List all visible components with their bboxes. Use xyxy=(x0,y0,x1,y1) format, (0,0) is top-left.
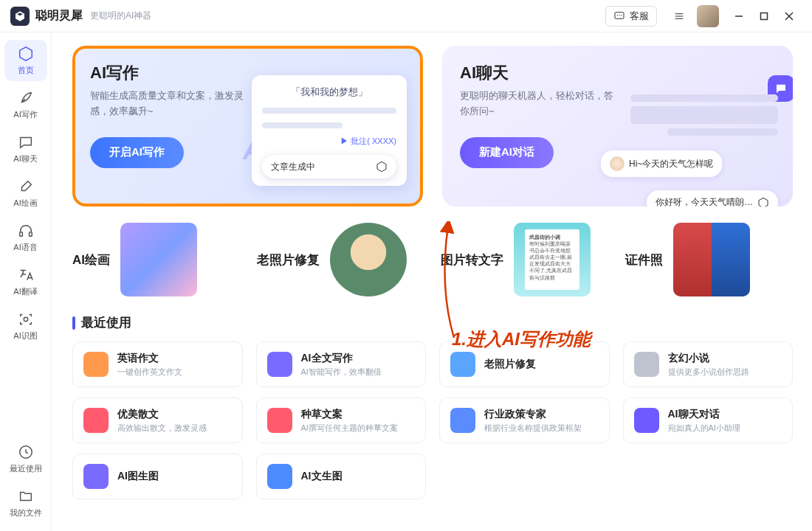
recent-item-sub: 宛如真人的AI小助理 xyxy=(668,423,740,434)
recent-item-title: 行业政策专家 xyxy=(484,408,582,421)
headphone-icon xyxy=(18,223,34,239)
maximize-button[interactable] xyxy=(751,6,777,27)
recent-item-sub: 根据行业名称提供政策框架 xyxy=(484,423,582,434)
recent-heading: 最近使用 xyxy=(72,314,793,331)
recent-item-sub: 高效输出散文，激发灵感 xyxy=(117,423,207,434)
sidebar-item-chat[interactable]: AI聊天 xyxy=(4,128,47,170)
feature-card-restore[interactable]: 老照片修复 xyxy=(257,223,425,296)
sidebar-item-translate[interactable]: AI翻译 xyxy=(4,261,47,302)
recent-grid: 英语作文 一键创作英文作文 AI全文写作 AI智能写作，效率翻倍 老照片修复 玄… xyxy=(72,341,793,499)
svg-point-3 xyxy=(621,15,622,15)
recent-item[interactable]: AI图生图 xyxy=(72,454,243,499)
app-name: 聪明灵犀 xyxy=(35,8,83,24)
recent-item-title: AI文生图 xyxy=(301,470,343,483)
recent-item-title: 优美散文 xyxy=(117,408,207,421)
sidebar-item-paint[interactable]: AI绘画 xyxy=(4,173,47,214)
svg-point-1 xyxy=(617,15,618,15)
chat-bubble: 你好呀，今天天气晴朗… xyxy=(647,190,778,206)
recent-item-icon xyxy=(267,352,292,377)
ocr-thumb: 武昌街的小调有时候到重庆喝茶书总会不自觉地想武昌街去走一圈,最近发现武昌街大大不… xyxy=(514,223,591,296)
recent-item[interactable]: 英语作文 一键创作英文作文 xyxy=(72,341,243,387)
writing-preview-panel: 「我和我的梦想」 ▶ 批注( XXXX) 文章生成中 xyxy=(252,75,407,186)
sidebar: 首页 AI写作 AI聊天 AI绘画 AI语音 AI翻译 AI识图 最 xyxy=(0,32,52,531)
close-button[interactable] xyxy=(777,6,802,27)
hero-writing-card[interactable]: AI写作 智能生成高质量文章和文案，激发灵感，效率飙升~ 开启AI写作 AI 「… xyxy=(72,46,423,206)
translate-icon xyxy=(18,267,34,283)
sidebar-item-files[interactable]: 我的文件 xyxy=(4,482,47,524)
paint-thumb xyxy=(120,223,197,296)
home-icon xyxy=(18,46,34,62)
recent-item-icon xyxy=(83,352,109,377)
recent-item-title: 玄幻小说 xyxy=(668,352,749,365)
recent-item[interactable]: AI聊天对话 宛如真人的AI小助理 xyxy=(623,398,794,443)
recent-item-sub: AI撰写任何主题的种草文案 xyxy=(301,423,398,434)
menu-button[interactable] xyxy=(669,6,689,27)
sidebar-item-voice[interactable]: AI语音 xyxy=(4,217,47,258)
brush-icon xyxy=(18,178,34,195)
new-chat-button[interactable]: 新建AI对话 xyxy=(460,137,554,168)
sidebar-item-home[interactable]: 首页 xyxy=(4,40,47,81)
recent-item-title: AI全文写作 xyxy=(301,352,382,365)
customer-service-button[interactable]: 客服 xyxy=(605,6,657,27)
recent-item-icon xyxy=(634,408,659,433)
recent-item-sub: AI智能写作，效率翻倍 xyxy=(301,367,382,378)
app-tagline: 更聪明的AI神器 xyxy=(90,10,151,22)
sidebar-item-writing[interactable]: AI写作 xyxy=(4,84,47,125)
hero-chat-card[interactable]: AI聊天 更聪明的聊天机器人，轻松对话，答你所问~ 新建AI对话 Hi~今天的天… xyxy=(442,46,793,206)
chat-bubble-icon xyxy=(18,134,34,150)
recent-item[interactable]: 老照片修复 xyxy=(439,341,610,387)
sidebar-item-recent[interactable]: 最近使用 xyxy=(4,438,47,479)
hex-icon xyxy=(757,197,769,207)
idphoto-thumb xyxy=(673,223,750,296)
avatar[interactable] xyxy=(697,5,719,27)
recent-item[interactable]: 行业政策专家 根据行业名称提供政策框架 xyxy=(439,398,610,443)
recent-item-icon xyxy=(634,352,659,377)
recent-item-sub: 提供更多小说创作思路 xyxy=(668,367,749,378)
recent-item[interactable]: 优美散文 高效输出散文，激发灵感 xyxy=(72,398,243,443)
app-logo xyxy=(10,7,30,26)
recent-item-icon xyxy=(83,464,109,489)
feature-card-idphoto[interactable]: 证件照 xyxy=(625,223,794,296)
chat-preview: Hi~今天的天气怎样呢 你好呀，今天天气晴朗… xyxy=(601,90,778,206)
feature-card-ocr[interactable]: 图片转文字 武昌街的小调有时候到重庆喝茶书总会不自觉地想武昌街去走一圈,最近发现… xyxy=(441,223,609,296)
recent-item-title: 种草文案 xyxy=(301,408,398,421)
recent-item-icon xyxy=(267,408,292,433)
svg-point-13 xyxy=(24,317,28,322)
recent-item-icon xyxy=(83,408,109,433)
hex-icon xyxy=(376,161,388,173)
scan-icon xyxy=(18,311,34,327)
recent-item-icon xyxy=(450,352,475,377)
folder-icon xyxy=(18,488,34,504)
recent-item-title: AI聊天对话 xyxy=(668,408,740,421)
svg-point-2 xyxy=(619,15,619,15)
svg-rect-8 xyxy=(761,13,768,19)
recent-item[interactable]: 种草文案 AI撰写任何主题的种草文案 xyxy=(256,398,427,443)
main-content: AI写作 智能生成高质量文章和文案，激发灵感，效率飙升~ 开启AI写作 AI 「… xyxy=(52,32,812,531)
hero-writing-desc: 智能生成高质量文章和文案，激发灵感，效率飙升~ xyxy=(90,88,245,119)
writing-status-chip: 文章生成中 xyxy=(262,155,396,178)
recent-item[interactable]: 玄幻小说 提供更多小说创作思路 xyxy=(623,341,794,387)
recent-item[interactable]: AI文生图 xyxy=(256,454,427,499)
minimize-button[interactable] xyxy=(726,6,751,27)
photo-thumb xyxy=(330,223,407,296)
sidebar-item-ocr[interactable]: AI识图 xyxy=(4,305,47,347)
recent-item-sub: 一键创作英文作文 xyxy=(117,367,182,378)
start-writing-button[interactable]: 开启AI写作 xyxy=(90,137,184,168)
recent-item-title: 老照片修复 xyxy=(484,358,536,371)
recent-item-title: 英语作文 xyxy=(117,352,182,365)
clock-icon xyxy=(18,444,34,460)
svg-rect-11 xyxy=(19,232,22,236)
feature-card-paint[interactable]: AI绘画 xyxy=(72,223,241,296)
hero-chat-title: AI聊天 xyxy=(460,62,775,84)
recent-item-icon xyxy=(450,408,475,433)
svg-rect-12 xyxy=(29,232,32,236)
titlebar: 聪明灵犀 更聪明的AI神器 客服 xyxy=(0,0,812,32)
quill-icon xyxy=(18,90,34,106)
chat-bubble: Hi~今天的天气怎样呢 xyxy=(601,150,722,177)
chat-icon xyxy=(613,10,625,22)
recent-item-icon xyxy=(267,464,292,489)
recent-item[interactable]: AI全文写作 AI智能写作，效率翻倍 xyxy=(256,341,427,387)
recent-item-title: AI图生图 xyxy=(117,470,159,483)
hero-chat-desc: 更聪明的聊天机器人，轻松对话，答你所问~ xyxy=(460,88,615,119)
